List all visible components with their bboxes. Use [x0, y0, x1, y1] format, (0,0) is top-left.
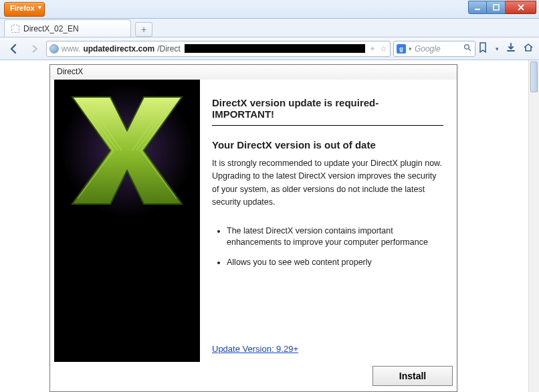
new-tab-glyph: +	[141, 24, 146, 35]
dialog-bullet-list: The latest DirectX version contains impo…	[227, 225, 443, 277]
search-box[interactable]: g ▾ Google	[393, 41, 475, 57]
tab-active[interactable]: DirectX_02_EN	[4, 19, 131, 37]
site-identity-icon[interactable]	[49, 44, 59, 54]
dialog-subheading: Your DirectX version is out of date	[212, 139, 443, 151]
svg-point-2	[465, 44, 469, 49]
directx-dialog: DirectX	[49, 64, 457, 392]
dialog-logo-pane	[54, 80, 200, 362]
directx-logo-icon	[60, 84, 194, 217]
window-titlebar: Firefox	[0, 0, 539, 19]
search-placeholder: Google	[415, 44, 441, 54]
url-path: /Direct	[157, 44, 181, 54]
window-controls	[468, 1, 536, 14]
tab-strip: DirectX_02_EN +	[0, 19, 539, 37]
dialog-bullet-item: The latest DirectX version contains impo…	[227, 225, 443, 249]
bookmarks-menu-button[interactable]	[478, 42, 489, 56]
svg-rect-0	[475, 9, 480, 10]
url-redacted-segment	[185, 44, 365, 53]
page-viewport: DirectX	[0, 60, 539, 392]
search-go-icon[interactable]	[463, 43, 472, 54]
window-maximize-button[interactable]	[487, 1, 506, 14]
svg-rect-1	[494, 5, 499, 10]
vertical-scrollbar[interactable]	[528, 60, 539, 392]
install-button-label: Install	[399, 371, 426, 381]
rss-icon[interactable]: ✦	[369, 44, 376, 54]
dialog-heading: DirectX version update is required- IMPO…	[212, 97, 443, 126]
dialog-titlebar: DirectX	[50, 65, 457, 80]
url-prefix: www.	[62, 44, 81, 54]
tab-loading-icon	[11, 25, 19, 33]
svg-line-3	[469, 49, 471, 51]
search-engine-dropdown-icon[interactable]: ▾	[409, 45, 412, 52]
dialog-paragraph: It is strongly recommended to update you…	[212, 157, 443, 209]
dialog-content-pane: DirectX version update is required- IMPO…	[200, 80, 453, 362]
dialog-footer: Install	[54, 365, 453, 387]
nav-forward-button[interactable]	[25, 40, 43, 58]
tab-title: DirectX_02_EN	[23, 24, 79, 33]
svg-marker-4	[72, 97, 182, 204]
nav-back-button[interactable]	[5, 40, 23, 58]
window-minimize-button[interactable]	[468, 1, 487, 14]
firefox-menu-label: Firefox	[10, 4, 35, 12]
install-button[interactable]: Install	[372, 366, 453, 386]
home-button[interactable]	[523, 42, 534, 56]
address-bar[interactable]: www.updatedirectx.com/Direct ✦ ☆ ▾	[46, 41, 391, 57]
window-close-button[interactable]	[506, 1, 536, 14]
downloads-button[interactable]	[506, 42, 516, 56]
firefox-menu-button[interactable]: Firefox	[4, 2, 45, 17]
url-domain: updatedirectx.com	[83, 44, 154, 54]
scrollbar-thumb[interactable]	[530, 62, 538, 92]
toolbar-extra: ▾	[478, 42, 534, 56]
dialog-title: DirectX	[57, 67, 83, 76]
new-tab-button[interactable]: +	[135, 22, 152, 37]
dialog-body: DirectX version update is required- IMPO…	[54, 80, 453, 362]
bookmarks-dropdown-icon[interactable]: ▾	[496, 45, 499, 52]
dialog-bullet-item: Allows you to see web content properly	[227, 257, 443, 269]
search-engine-icon[interactable]: g	[397, 44, 406, 54]
navigation-toolbar: www.updatedirectx.com/Direct ✦ ☆ ▾ g ▾ G…	[0, 37, 539, 60]
bookmark-star-icon[interactable]: ☆	[380, 44, 387, 54]
update-version-link[interactable]: Update Version: 9.29+	[212, 344, 443, 358]
